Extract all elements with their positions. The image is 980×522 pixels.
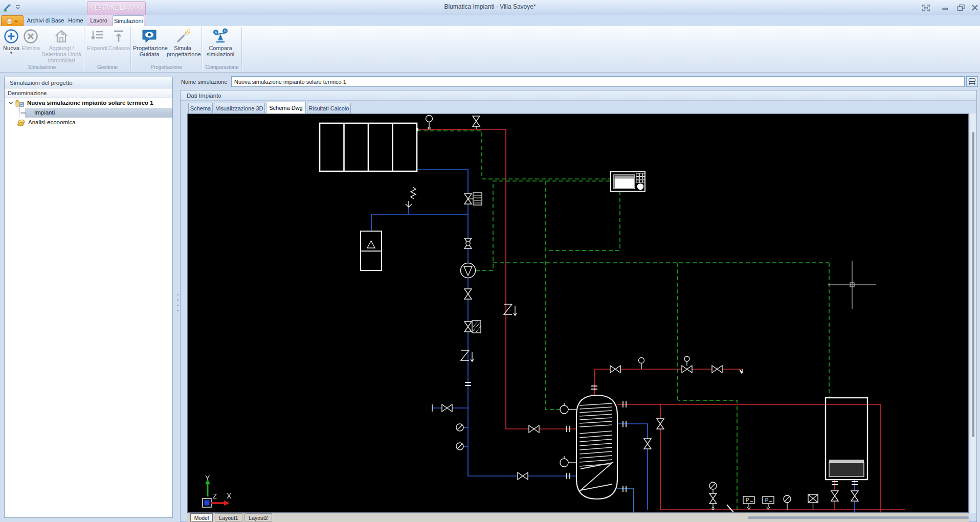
eye-bubble-icon (133, 28, 166, 45)
simulation-name-label: Nome simulazione (181, 79, 227, 85)
layout-tab-layout2[interactable]: Layout2 (244, 513, 272, 521)
safety-valve-top-icon (473, 116, 480, 129)
cold-pipes (371, 169, 855, 512)
tab-lavoro[interactable]: Lavoro (86, 15, 112, 26)
ribbon-tab-row (0, 15, 980, 26)
tree-node-impianti[interactable]: Impianti (5, 108, 172, 118)
hot-pipes (417, 129, 905, 512)
solar-controller (611, 172, 645, 191)
column-header-denominazione[interactable]: Denominazione (5, 88, 172, 98)
ribbon-group-separator (241, 27, 242, 70)
tree-node-label[interactable]: Analisi economica (28, 118, 76, 127)
expand-tree-icon (87, 28, 107, 45)
gauge-icon (784, 495, 791, 510)
tab-home[interactable]: Home (66, 15, 85, 26)
pump-icon (461, 263, 476, 278)
canvas-vertical-scrollbar[interactable] (970, 114, 976, 513)
valve-icon (657, 419, 664, 429)
expansion-vessel (361, 231, 382, 270)
boiler (826, 398, 867, 480)
valve-icon (851, 491, 858, 501)
compara-simulazioni-button[interactable]: A B Compara simulazioni (204, 28, 237, 63)
gauge-icon (456, 424, 468, 431)
tree-node-label[interactable]: Impianti (34, 108, 55, 118)
contextual-tab-group: GESTIONE LAVORO (87, 1, 146, 15)
document-icon (7, 18, 13, 25)
tree-node-simulation[interactable]: Nuova simulazione impianto solare termic… (5, 98, 172, 108)
tab-archivi-di-base[interactable]: Archivi di Base (26, 15, 65, 26)
group-label-gestione: Gestione (85, 64, 130, 71)
valve-icon (831, 491, 838, 501)
close-button[interactable] (970, 3, 980, 12)
relief-valve-icon (406, 187, 416, 207)
nuova-button[interactable]: Nuova ▼ (2, 28, 20, 63)
aggiungi-seleziona-button[interactable]: Aggiungi / Seleziona Unità Immobiliari (40, 28, 83, 63)
svg-text:X: X (227, 492, 232, 500)
solar-collector-array (320, 123, 418, 171)
dwg-canvas[interactable]: P P Y Z X (187, 114, 969, 513)
balance-scale-icon: A B (204, 28, 237, 45)
gauge-valve-assembly (709, 482, 717, 510)
app-menu-button[interactable] (1, 15, 24, 26)
air-vent-icon (426, 116, 433, 129)
ribbon-group-separator (202, 27, 203, 70)
minimize-button[interactable] (940, 3, 950, 12)
group-label-comparazione: Comparazione (203, 64, 241, 71)
panel-splitter[interactable] (176, 294, 179, 311)
svg-text:P: P (746, 497, 749, 503)
tank-sensor-icon (560, 403, 576, 414)
espandi-button[interactable]: Espandi (87, 28, 107, 63)
horizontal-scrollbar-thumb[interactable] (748, 516, 969, 519)
pipe-break-tick (727, 505, 734, 512)
layout-tab-layout1[interactable]: Layout1 (215, 513, 242, 521)
dati-impianto-title: Dati Impianto (181, 90, 976, 101)
crosshair-cursor (828, 261, 876, 309)
dropdown-arrow-icon: ▼ (2, 51, 20, 55)
simulation-name-input[interactable] (231, 76, 965, 87)
simula-progettazione-button[interactable]: Simula progettazione (167, 28, 198, 63)
svg-text:B: B (224, 29, 227, 33)
tab-simulazioni[interactable]: Simulazioni (113, 15, 144, 26)
valve-icon (529, 425, 539, 433)
storage-tank (560, 384, 617, 499)
group-label-progettazione: Progettazione (131, 64, 201, 71)
add-circle-icon (2, 28, 20, 45)
fullscreen-button[interactable] (921, 3, 931, 12)
motorized-valve-icon (464, 193, 482, 205)
tab-risultati-calcolo[interactable]: Risultati Calcolo (307, 103, 351, 114)
chevron-down-icon[interactable] (8, 101, 13, 105)
tank-sensor-icon (560, 456, 576, 467)
bottom-instruments: P P (709, 482, 818, 512)
window-title: Blumatica Impianti - Villa Savoye* (0, 3, 980, 10)
svg-text:P: P (765, 497, 769, 503)
layout-tab-model[interactable]: Model (190, 513, 213, 521)
check-valve-icon (461, 350, 474, 361)
collassa-button[interactable]: Collassa (108, 28, 129, 63)
elimina-button[interactable]: Elimina (21, 28, 40, 63)
svg-text:Z: Z (213, 492, 217, 500)
tab-schema-dwg[interactable]: Schema Dwg (266, 102, 306, 114)
name-field-tool-button[interactable] (966, 76, 978, 87)
tab-schema[interactable]: Schema (188, 103, 213, 114)
tree-node-label[interactable]: Nuova simulazione impianto solare termic… (27, 98, 153, 108)
ucs-icon: Y Z X (203, 474, 232, 507)
tree-node-analisi-economica[interactable]: Analisi economica (5, 118, 172, 127)
project-simulations-panel: Simulazioni del progetto Denominazione N… (4, 77, 173, 518)
coins-icon (17, 119, 25, 126)
svg-text:A: A (215, 31, 217, 34)
restore-button[interactable] (956, 3, 966, 12)
ribbon-group-separator (130, 27, 131, 70)
dhw-pipe (617, 489, 634, 512)
measure-icon (968, 78, 976, 85)
valve-icon (518, 472, 528, 480)
vertical-scrollbar-thumb[interactable] (972, 132, 974, 437)
titlebar: Blumatica Impianti - Villa Savoye* GESTI… (0, 0, 980, 16)
pressure-switch-icon: P (763, 496, 774, 509)
pressure-switch-icon: P (743, 496, 754, 509)
simulation-folder-icon (15, 100, 24, 107)
tab-visualizzazione-3d[interactable]: Visualizzazione 3D (214, 103, 265, 114)
collapse-tree-icon (108, 28, 129, 45)
progettazione-guidata-button[interactable]: Progettazione Guidata (133, 28, 166, 63)
flow-meter-icon (464, 321, 481, 333)
chevron-down-icon (14, 20, 18, 22)
